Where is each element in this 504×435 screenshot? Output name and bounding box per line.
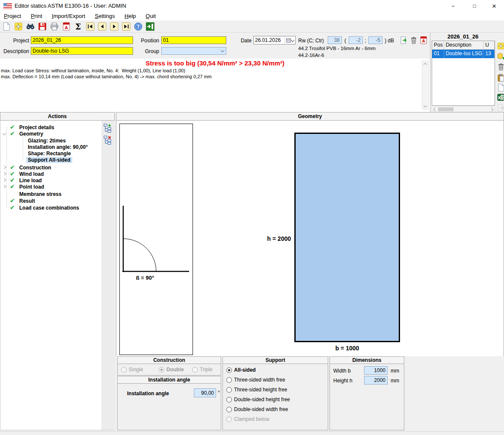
tree-item-wind-load[interactable]: ✔Wind load <box>0 171 102 178</box>
radio-double-sided-width-free[interactable]: Double-sided width free <box>226 406 288 412</box>
column-header-utilization[interactable]: U <box>483 41 495 50</box>
radio-three-sided-height-free[interactable]: Three-sided height free <box>226 387 287 393</box>
tree-item-load-case-combinations[interactable]: ✔Load case combinations <box>0 204 102 211</box>
delete-node-button[interactable] <box>103 135 113 145</box>
new-position-icon <box>14 22 23 31</box>
radio-clamped-below[interactable]: Clamped below <box>226 416 270 422</box>
description-input[interactable] <box>31 47 133 55</box>
new-page-button[interactable] <box>497 83 504 92</box>
transfer-position-button[interactable] <box>497 104 504 112</box>
message-scrollbar[interactable] <box>422 61 429 109</box>
width-input[interactable] <box>364 366 388 375</box>
new-position-button[interactable] <box>13 21 24 32</box>
previous-record-button[interactable] <box>97 21 107 32</box>
search-button[interactable] <box>25 21 36 32</box>
radio-three-sided-width-free[interactable]: Three-sided width free <box>226 377 285 383</box>
sum-button[interactable]: Σ <box>73 21 83 32</box>
status-bar <box>0 431 504 435</box>
exit-button[interactable] <box>145 21 155 32</box>
menu-help[interactable]: Help <box>121 12 140 20</box>
tree-item-point-load[interactable]: ✔Point load <box>0 183 102 190</box>
new-document-button[interactable] <box>1 21 12 32</box>
project-input[interactable] <box>31 36 133 44</box>
export-document-button[interactable] <box>400 36 408 44</box>
geometry-panel-header: Geometry <box>116 112 504 121</box>
installation-angle-panel-header: Installation angle <box>117 376 221 384</box>
check-icon: ✔ <box>10 124 15 130</box>
chevron-right-icon[interactable] <box>3 172 6 175</box>
rw-value-input[interactable] <box>328 36 342 44</box>
radio-double[interactable]: Double <box>159 367 184 373</box>
result-message-line: max. Load case Stress: without laminatio… <box>1 68 185 73</box>
tree-item-membrane-stress[interactable]: Membrane stress <box>0 191 102 198</box>
next-record-icon <box>110 22 119 31</box>
menu-import-export[interactable]: Import/Export <box>48 12 89 20</box>
tree-item-construction[interactable]: ✔Construction <box>0 164 102 171</box>
add-node-button[interactable] <box>103 123 113 133</box>
rw-semicolon: ; <box>365 38 366 44</box>
rw-c-input[interactable] <box>349 36 363 44</box>
menu-print[interactable]: Print <box>27 12 46 20</box>
tree-item-line-load[interactable]: ✔Line load <box>0 177 102 184</box>
radio-triple[interactable]: Triple <box>192 367 213 373</box>
maximize-button[interactable]: □ <box>466 0 483 12</box>
chevron-right-icon[interactable] <box>3 185 6 188</box>
group-select[interactable] <box>161 47 226 55</box>
excel-icon: X <box>497 93 504 101</box>
tree-item-result[interactable]: ✔Result <box>0 198 102 204</box>
menu-settings[interactable]: Settings <box>91 12 119 20</box>
tree-item-installation-angle[interactable]: Installation angle: 90,00° <box>0 144 102 151</box>
rw-paren-open: ( <box>344 38 346 44</box>
menu-project[interactable]: Project <box>0 12 25 20</box>
table-header-row: Pos Description U <box>432 41 495 50</box>
tree-item-support[interactable]: Support All-sided <box>0 157 102 163</box>
paste-position-button[interactable] <box>497 74 504 82</box>
radio-all-sided[interactable]: All-sided <box>226 367 256 373</box>
help-button[interactable]: ? <box>133 21 143 32</box>
date-picker-button[interactable] <box>285 36 295 44</box>
export-pdf-button[interactable]: A <box>61 21 71 32</box>
pdf-icon: A <box>62 22 71 31</box>
last-record-button[interactable] <box>121 21 131 32</box>
menu-quit[interactable]: Quit <box>142 12 160 20</box>
installation-angle-input[interactable] <box>194 388 216 397</box>
tree-item-glazing[interactable]: Glazing: 2times <box>0 137 102 144</box>
column-header-pos[interactable]: Pos <box>432 41 444 50</box>
export-excel-button[interactable]: X <box>497 93 504 102</box>
scrollbar-thumb[interactable] <box>438 107 454 111</box>
next-record-button[interactable] <box>109 21 119 32</box>
table-scrollbar[interactable] <box>432 107 495 112</box>
check-icon: ✔ <box>10 130 15 137</box>
date-input[interactable] <box>254 36 285 44</box>
delete-position-button[interactable] <box>497 62 504 71</box>
height-input[interactable] <box>364 376 388 385</box>
tree-item-geometry[interactable]: ✔Geometry <box>0 130 102 137</box>
transfer-icon <box>497 104 504 112</box>
menu-bar: Project Print Import/Export Settings Hel… <box>0 12 504 21</box>
radio-single[interactable]: Single <box>121 367 143 373</box>
search-binoculars-icon <box>26 22 35 31</box>
support-panel-header: Support <box>222 356 328 364</box>
save-button[interactable] <box>37 21 47 32</box>
chevron-right-icon[interactable] <box>3 178 6 182</box>
scroll-left-icon <box>433 108 437 111</box>
new-position-button[interactable] <box>497 42 504 50</box>
close-button[interactable]: ✕ <box>486 0 502 12</box>
rw-ctr-input[interactable] <box>368 36 382 44</box>
first-record-button[interactable] <box>85 21 95 32</box>
rw-pdf-button[interactable]: A <box>419 36 428 44</box>
radio-double-sided-height-free[interactable]: Double-sided height free <box>226 397 290 402</box>
position-input[interactable] <box>161 36 226 44</box>
copy-position-button[interactable] <box>497 52 504 61</box>
print-button[interactable] <box>49 21 59 32</box>
svg-text:?: ? <box>136 24 139 30</box>
date-field[interactable] <box>253 36 296 44</box>
table-row[interactable]: 01 Double-Iso LSG 13 <box>432 50 495 58</box>
tree-item-project-details[interactable]: ✔Project details <box>0 124 102 131</box>
delete-rw-button[interactable] <box>409 36 418 44</box>
tree-item-shape[interactable]: Shape: Rectangle <box>0 150 102 157</box>
minimize-button[interactable]: − <box>445 0 461 12</box>
column-header-description[interactable]: Description <box>444 41 484 50</box>
chevron-down-icon[interactable] <box>3 132 6 135</box>
chevron-right-icon[interactable] <box>3 166 6 169</box>
